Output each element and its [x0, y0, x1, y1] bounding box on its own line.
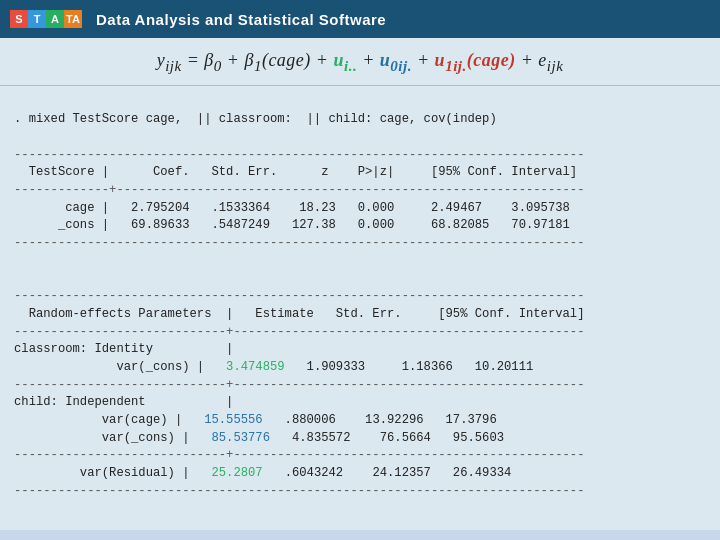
header-bar: S T A TA Data Analysis and Statistical S… [0, 0, 720, 38]
formula-display: yijk = β0 + β1(cage) + ui.. + u0ij. + u1… [157, 50, 564, 75]
divider-2: -------------+--------------------------… [14, 183, 584, 197]
output-block: . mixed TestScore cage, || classroom: ||… [14, 94, 706, 519]
divider-7: -----------------------------+----------… [14, 448, 584, 462]
logo-s: S [10, 10, 28, 28]
divider-3: ----------------------------------------… [14, 236, 584, 250]
main-content: . mixed TestScore cage, || classroom: ||… [0, 86, 720, 530]
divider-6: -----------------------------+----------… [14, 378, 584, 392]
logo-ta: TA [64, 10, 82, 28]
random-effects-header: Random-effects Parameters | Estimate Std… [14, 307, 584, 321]
formula-area: yijk = β0 + β1(cage) + ui.. + u0ij. + u1… [0, 38, 720, 86]
app-title: Data Analysis and Statistical Software [96, 11, 386, 28]
var-cons2-row: var(_cons) | 85.53776 4.835572 76.5664 9… [14, 431, 504, 445]
cage-row: cage | 2.795204 .1533364 18.23 0.000 2.4… [14, 201, 570, 215]
divider-4: ----------------------------------------… [14, 289, 584, 303]
divider-5: -----------------------------+----------… [14, 325, 584, 339]
child-independent-label: child: Independent | [14, 395, 233, 409]
divider-8: ----------------------------------------… [14, 484, 584, 498]
command-line: . mixed TestScore cage, || classroom: ||… [14, 112, 497, 126]
spacer-1 [14, 271, 21, 285]
divider-1: ----------------------------------------… [14, 148, 584, 162]
stata-logo: S T A TA [10, 10, 82, 28]
var-cage-row: var(cage) | 15.55556 .880006 13.92296 17… [14, 413, 497, 427]
logo-t: T [28, 10, 46, 28]
logo-a: A [46, 10, 64, 28]
var-residual-row: var(Residual) | 25.2807 .6043242 24.1235… [14, 466, 511, 480]
fixed-effects-header: TestScore | Coef. Std. Err. z P>|z| [95%… [14, 165, 577, 179]
classroom-identity-label: classroom: Identity | [14, 342, 233, 356]
cons-row: _cons | 69.89633 .5487249 127.38 0.000 6… [14, 218, 570, 232]
var-cons-row: var(_cons) | 3.474859 1.909333 1.18366 1… [14, 360, 533, 374]
